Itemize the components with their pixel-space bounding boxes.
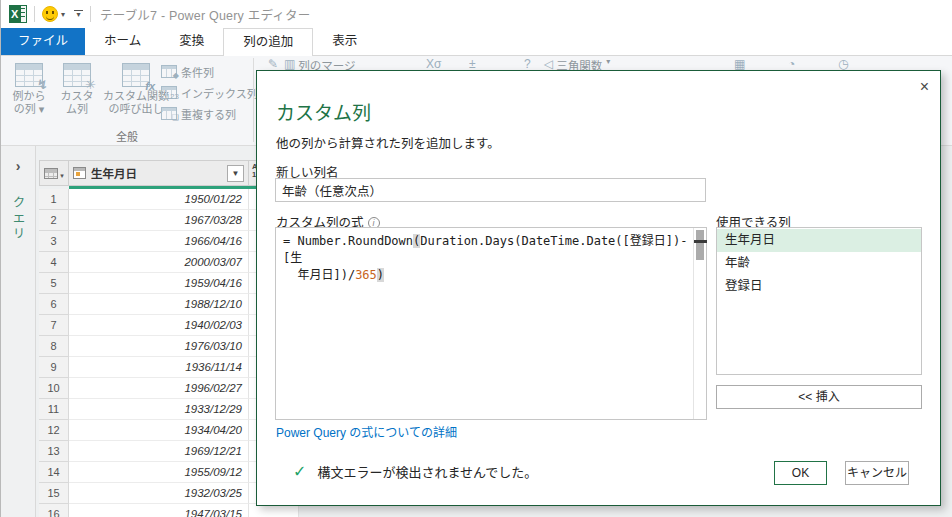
column-header-birthdate[interactable]: 生年月日 ▼ (69, 160, 249, 186)
date-type-icon[interactable] (73, 167, 86, 179)
duration-icon-glyph: ◷ (838, 57, 848, 70)
column-from-examples-icon: ↯ (15, 63, 43, 87)
birthdate-cell[interactable]: 1988/12/10 (69, 294, 249, 315)
tab-ファイル[interactable]: ファイル (1, 28, 85, 55)
birthdate-cell[interactable]: 1976/03/10 (69, 336, 249, 357)
ribbon-big-buttons: ↯例からの列 ▾✳カスタム列fxカスタム関数の呼び出し (5, 59, 171, 133)
statistics-icon[interactable]: Χσ (426, 57, 444, 70)
birthdate-cell[interactable]: 1950/01/22 (69, 189, 249, 210)
excel-app-icon: X (9, 5, 27, 23)
table-corner-menu[interactable]: ▾ (39, 160, 69, 186)
standard-icon-glyph: ± (469, 57, 476, 70)
custom-column-button[interactable]: ✳カスタム列 (53, 59, 101, 133)
corner-dropdown-icon: ▾ (60, 172, 64, 180)
birthdate-cell[interactable]: 1969/12/21 (69, 441, 249, 462)
duplicate-column-icon: ❏ (161, 107, 177, 120)
formula-scrollbar[interactable] (693, 228, 706, 419)
format-icon[interactable]: ✎ (268, 57, 281, 70)
queries-pane-collapsed: › クエリ (1, 146, 36, 517)
expand-pane-icon[interactable]: › (1, 158, 35, 174)
invoke-custom-function-icon: fx (122, 63, 150, 87)
row-number: 10 (39, 378, 69, 399)
dialog-subtitle: 他の列から計算された列を追加します。 (276, 133, 500, 152)
column-from-examples-button[interactable]: ↯例からの列 ▾ (5, 59, 53, 133)
row-number: 5 (39, 273, 69, 294)
tab-表示[interactable]: 表示 (313, 28, 376, 55)
row-number: 1 (39, 189, 69, 210)
scientific-icon[interactable]: ? (524, 57, 534, 70)
birthdate-cell[interactable]: 1955/09/12 (69, 462, 249, 483)
row-number: 12 (39, 420, 69, 441)
available-column-item[interactable]: 登録日 (717, 275, 921, 298)
merge-columns-button[interactable]: ▥列のマージ (284, 57, 356, 70)
title-bar: X ▾ ▾ テーブル7 - Power Query エディター (1, 0, 952, 28)
power-query-editor-window: X ▾ ▾ テーブル7 - Power Query エディター ファイルホーム変… (0, 0, 952, 517)
statistics-icon-glyph: Χσ (426, 57, 441, 70)
duplicate-column-button[interactable]: ❏重複する列 (161, 103, 258, 124)
row-number: 3 (39, 231, 69, 252)
divider (90, 6, 91, 22)
window-title: テーブル7 - Power Query エディター (100, 5, 310, 24)
available-columns-list: 生年月日年齢登録日 (716, 227, 922, 375)
conditional-column-button[interactable]: ◆条件列 (161, 61, 258, 82)
ribbon-clipped-strip: ✎▥列のマージΧσ±?◁三角関数 ▾▦◔◷ (256, 56, 946, 70)
birthdate-cell[interactable]: 1933/12/29 (69, 399, 249, 420)
birthdate-cell[interactable]: 1996/02/27 (69, 378, 249, 399)
formula-text[interactable]: = Number.RoundDown(Duration.Days(DateTim… (276, 228, 693, 419)
birthdate-cell[interactable]: 1940/02/03 (69, 315, 249, 336)
ok-button[interactable]: OK (774, 461, 827, 485)
date-icon[interactable]: ▦ (734, 57, 748, 70)
scrollbar-thumb[interactable] (696, 230, 704, 260)
time-icon[interactable]: ◔ (788, 57, 798, 70)
formula-help-link[interactable]: Power Query の式についての詳細 (276, 423, 457, 440)
row-number: 2 (39, 210, 69, 231)
queries-pane-label[interactable]: クエリ (9, 196, 28, 243)
birthdate-cell[interactable]: 1932/03/25 (69, 483, 249, 504)
row-number: 6 (39, 294, 69, 315)
index-column-icon: 123 (161, 86, 177, 99)
time-icon-glyph: ◔ (788, 57, 795, 70)
tab-ホーム[interactable]: ホーム (85, 28, 160, 55)
birthdate-cell[interactable]: 2000/03/07 (69, 252, 249, 273)
available-column-item[interactable]: 年齢 (717, 252, 921, 275)
dialog-title: カスタム列 (276, 98, 371, 125)
customize-quick-access-toolbar-icon[interactable]: ▾ (74, 10, 83, 19)
birthdate-cell[interactable]: 1966/04/16 (69, 231, 249, 252)
available-column-item[interactable]: 生年月日 (717, 229, 921, 252)
chevron-down-icon: ▾ (606, 57, 610, 66)
new-column-name-input[interactable] (275, 178, 706, 202)
insert-button[interactable]: << 挿入 (716, 385, 922, 409)
cancel-button[interactable]: キャンセル (845, 461, 909, 485)
standard-icon[interactable]: ± (469, 57, 479, 70)
birthdate-cell[interactable]: 1967/03/28 (69, 210, 249, 231)
row-number: 13 (39, 441, 69, 462)
format-icon-glyph: ✎ (268, 57, 278, 70)
index-column-button[interactable]: 123インデックス列 (161, 82, 258, 103)
formula-editor[interactable]: = Number.RoundDown(Duration.Days(DateTim… (275, 227, 707, 420)
ribbon-group-divider (253, 58, 254, 142)
duration-icon[interactable]: ◷ (838, 57, 851, 70)
birthdate-cell[interactable]: 1934/04/20 (69, 420, 249, 441)
smiley-feedback-icon[interactable] (42, 6, 58, 22)
birthdate-cell[interactable]: 1936/11/14 (69, 357, 249, 378)
trigonometry-button[interactable]: ◁三角関数 ▾ (544, 57, 610, 70)
date-icon-glyph: ▦ (734, 57, 745, 70)
row-number: 14 (39, 462, 69, 483)
row-number: 8 (39, 336, 69, 357)
tab-bar: ファイルホーム変換列の追加表示 (1, 28, 952, 56)
conditional-column-icon: ◆ (161, 65, 177, 78)
ribbon-group-label: 全般 (1, 128, 253, 144)
ribbon-small-buttons: ◆条件列123インデックス列❏重複する列 (161, 61, 258, 124)
syntax-message: 構文エラーが検出されませんでした。 (317, 462, 537, 481)
custom-column-dialog: × カスタム列 他の列から計算された列を追加します。 新しい列名 カスタム列の式… (256, 70, 941, 506)
tab-変換[interactable]: 変換 (160, 28, 223, 55)
birthdate-cell[interactable]: 1947/03/15 (69, 504, 249, 517)
birthdate-cell[interactable]: 1959/04/16 (69, 273, 249, 294)
filter-dropdown-button[interactable]: ▼ (227, 165, 244, 182)
tab-列の追加[interactable]: 列の追加 (223, 28, 313, 56)
close-icon[interactable]: × (920, 78, 929, 96)
row-number: 9 (39, 357, 69, 378)
smiley-dropdown-icon[interactable]: ▾ (61, 10, 65, 19)
table-icon (44, 168, 58, 179)
row-number: 4 (39, 252, 69, 273)
